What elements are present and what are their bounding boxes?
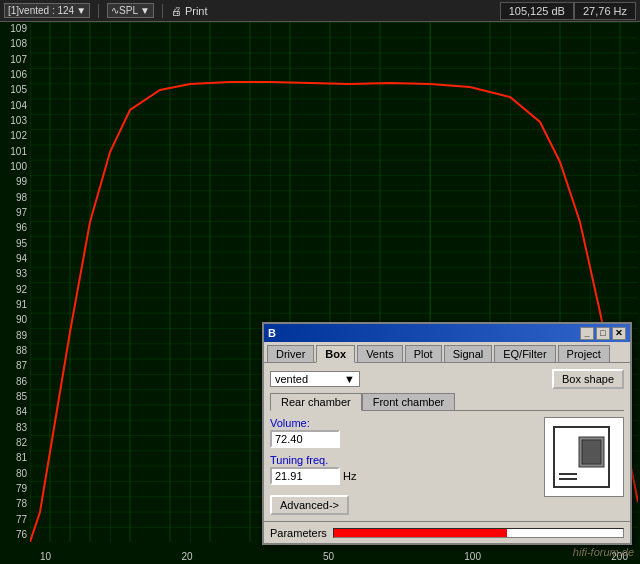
y-77: 77 xyxy=(0,515,30,525)
y-104: 104 xyxy=(0,101,30,111)
y-84: 84 xyxy=(0,407,30,417)
y-108: 108 xyxy=(0,39,30,49)
dialog-panel: B _ □ ✕ Driver Box Vents Plot Signal EQ/… xyxy=(262,322,632,545)
tab-box[interactable]: Box xyxy=(316,345,355,363)
y-83: 83 xyxy=(0,423,30,433)
x-axis: 10 20 50 100 200 xyxy=(30,551,638,562)
y-99: 99 xyxy=(0,177,30,187)
tab-plot[interactable]: Plot xyxy=(405,345,442,362)
dialog-title: B xyxy=(268,327,276,339)
y-103: 103 xyxy=(0,116,30,126)
y-76: 76 xyxy=(0,530,30,540)
params-progress xyxy=(333,528,624,538)
dropdown-arrow2: ▼ xyxy=(140,5,150,16)
y-81: 81 xyxy=(0,453,30,463)
y-97: 97 xyxy=(0,208,30,218)
tuning-label: Tuning freq. xyxy=(270,454,538,466)
y-105: 105 xyxy=(0,85,30,95)
y-labels: 109 108 107 106 105 104 103 102 101 100 … xyxy=(0,22,30,542)
tab-signal[interactable]: Signal xyxy=(444,345,493,362)
y-80: 80 xyxy=(0,469,30,479)
chamber-tab-rear[interactable]: Rear chamber xyxy=(270,393,362,411)
y-79: 79 xyxy=(0,484,30,494)
x-100: 100 xyxy=(464,551,481,562)
type-value: vented xyxy=(275,373,308,385)
y-101: 101 xyxy=(0,147,30,157)
params-bar: Parameters xyxy=(264,521,630,543)
chamber-tab-front[interactable]: Front chamber xyxy=(362,393,456,410)
tab-driver[interactable]: Driver xyxy=(267,345,314,362)
y-86: 86 xyxy=(0,377,30,387)
svg-rect-20 xyxy=(582,440,601,464)
volume-input[interactable] xyxy=(270,430,340,448)
chamber-tabs: Rear chamber Front chamber xyxy=(270,393,624,411)
y-106: 106 xyxy=(0,70,30,80)
box-shape-button[interactable]: Box shape xyxy=(552,369,624,389)
y-107: 107 xyxy=(0,55,30,65)
print-icon: 🖨 xyxy=(171,5,182,17)
tab-eqfilter[interactable]: EQ/Filter xyxy=(494,345,555,362)
print-button[interactable]: 🖨 Print xyxy=(171,5,208,17)
title-buttons: _ □ ✕ xyxy=(580,327,626,340)
dialog-body: vented ▼ Box shape Rear chamber Front ch… xyxy=(264,363,630,521)
y-100: 100 xyxy=(0,162,30,172)
print-label: Print xyxy=(185,5,208,17)
content-preview: Volume: Tuning freq. Hz Advanced-> xyxy=(270,417,624,515)
x-50: 50 xyxy=(323,551,334,562)
tab-project[interactable]: Project xyxy=(558,345,610,362)
advanced-button[interactable]: Advanced-> xyxy=(270,495,349,515)
watermark: hifi-forum.de xyxy=(573,546,634,558)
status-area: 105,125 dB 27,76 Hz xyxy=(500,2,636,20)
y-78: 78 xyxy=(0,499,30,509)
y-90: 90 xyxy=(0,315,30,325)
vented-label: [1]vented : 124 xyxy=(8,5,74,16)
x-10: 10 xyxy=(40,551,51,562)
y-88: 88 xyxy=(0,346,30,356)
y-94: 94 xyxy=(0,254,30,264)
x-20: 20 xyxy=(181,551,192,562)
box-preview xyxy=(544,417,624,497)
y-92: 92 xyxy=(0,285,30,295)
y-109: 109 xyxy=(0,24,30,34)
type-arrow: ▼ xyxy=(344,373,355,385)
y-85: 85 xyxy=(0,392,30,402)
type-row: vented ▼ Box shape xyxy=(270,369,624,389)
params-area: Volume: Tuning freq. Hz Advanced-> xyxy=(270,417,538,515)
separator xyxy=(98,4,99,18)
y-91: 91 xyxy=(0,300,30,310)
y-102: 102 xyxy=(0,131,30,141)
box-preview-svg xyxy=(549,422,619,492)
y-95: 95 xyxy=(0,239,30,249)
db-status: 105,125 dB xyxy=(500,2,574,20)
minimize-button[interactable]: _ xyxy=(580,327,594,340)
y-98: 98 xyxy=(0,193,30,203)
y-82: 82 xyxy=(0,438,30,448)
chart-area: 109 108 107 106 105 104 103 102 101 100 … xyxy=(0,22,640,564)
vented-selector[interactable]: [1]vented : 124 ▼ xyxy=(4,3,90,18)
tab-vents[interactable]: Vents xyxy=(357,345,403,362)
volume-row xyxy=(270,430,538,448)
close-button[interactable]: ✕ xyxy=(612,327,626,340)
params-label: Parameters xyxy=(270,527,327,539)
toolbar: [1]vented : 124 ▼ ∿SPL ▼ 🖨 Print 105,125… xyxy=(0,0,640,22)
maximize-button[interactable]: □ xyxy=(596,327,610,340)
hz-status: 27,76 Hz xyxy=(574,2,636,20)
y-96: 96 xyxy=(0,223,30,233)
dialog-tabs: Driver Box Vents Plot Signal EQ/Filter P… xyxy=(264,342,630,363)
dialog-titlebar: B _ □ ✕ xyxy=(264,324,630,342)
volume-label: Volume: xyxy=(270,417,538,429)
y-89: 89 xyxy=(0,331,30,341)
y-87: 87 xyxy=(0,361,30,371)
tuning-input[interactable] xyxy=(270,467,340,485)
params-fill xyxy=(334,529,507,537)
spl-label: ∿SPL xyxy=(111,5,138,16)
type-dropdown[interactable]: vented ▼ xyxy=(270,371,360,387)
tuning-unit: Hz xyxy=(343,470,356,482)
spl-selector[interactable]: ∿SPL ▼ xyxy=(107,3,154,18)
separator2 xyxy=(162,4,163,18)
tuning-row: Hz xyxy=(270,467,538,485)
y-93: 93 xyxy=(0,269,30,279)
dropdown-arrow: ▼ xyxy=(76,5,86,16)
